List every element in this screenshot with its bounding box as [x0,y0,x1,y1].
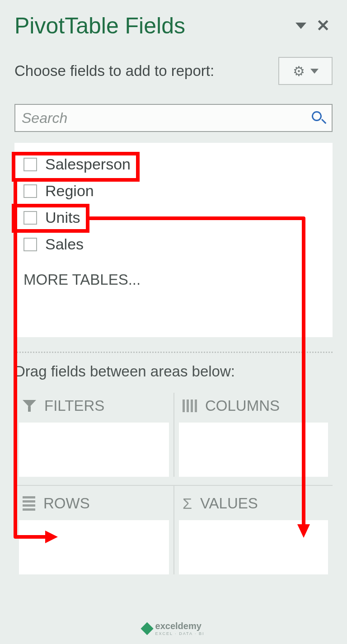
pane-title: PivotTable Fields [14,13,185,39]
title-controls: ✕ [295,18,333,34]
checkbox[interactable] [23,184,37,198]
columns-header: COLUMNS [179,397,328,414]
field-item-units[interactable]: Units [20,204,327,231]
values-drop-zone[interactable] [179,520,328,574]
divider [14,352,333,353]
columns-area[interactable]: COLUMNS [174,393,333,477]
more-tables-link[interactable]: MORE TABLES... [20,271,327,288]
checkbox[interactable] [23,158,37,171]
logo-icon [141,622,153,635]
filters-label: FILTERS [44,397,104,414]
watermark: exceldemy EXCEL · DATA · BI [143,621,205,636]
rows-icon [23,496,35,511]
checkbox[interactable] [23,211,37,225]
columns-label: COLUMNS [205,397,280,414]
sigma-icon: Σ [183,496,192,511]
pivottable-fields-pane: PivotTable Fields ✕ Choose fields to add… [0,0,347,574]
field-item-sales[interactable]: Sales [20,231,327,258]
columns-icon [183,400,197,412]
drag-instruction: Drag fields between areas below: [14,363,333,380]
rows-area[interactable]: ROWS [14,485,174,574]
search-icon[interactable] [312,111,325,125]
values-header: Σ VALUES [179,495,328,512]
gear-icon: ⚙ [293,63,305,79]
filters-header: FILTERS [19,397,169,414]
filter-icon [23,399,36,413]
rows-label: ROWS [43,495,90,512]
field-label: Sales [45,235,84,253]
rows-header: ROWS [19,495,169,512]
areas-grid: FILTERS COLUMNS ROWS Σ VALUES [14,393,333,574]
chevron-down-icon [310,69,319,74]
tools-button[interactable]: ⚙ [278,57,333,85]
watermark-sub: EXCEL · DATA · BI [155,631,205,636]
checkbox[interactable] [23,238,37,251]
field-item-region[interactable]: Region [20,178,327,204]
field-item-salesperson[interactable]: Salesperson [20,151,327,178]
columns-drop-zone[interactable] [179,423,328,477]
close-pane-button[interactable]: ✕ [316,18,330,34]
title-row: PivotTable Fields ✕ [14,13,333,39]
values-area[interactable]: Σ VALUES [174,485,333,574]
field-label: Salesperson [45,155,131,173]
search-input[interactable] [22,110,280,127]
collapse-pane-icon[interactable] [295,23,306,29]
filters-area[interactable]: FILTERS [14,393,174,477]
search-box[interactable] [14,104,333,132]
watermark-name: exceldemy [155,621,205,631]
fields-list: Salesperson Region Units Sales MORE TABL… [14,143,333,337]
values-label: VALUES [200,495,258,512]
field-label: Units [45,209,80,226]
instruction-row: Choose fields to add to report: ⚙ [14,57,333,85]
field-label: Region [45,182,94,200]
rows-drop-zone[interactable] [19,520,169,574]
filters-drop-zone[interactable] [19,423,169,477]
instruction-text: Choose fields to add to report: [14,62,214,80]
